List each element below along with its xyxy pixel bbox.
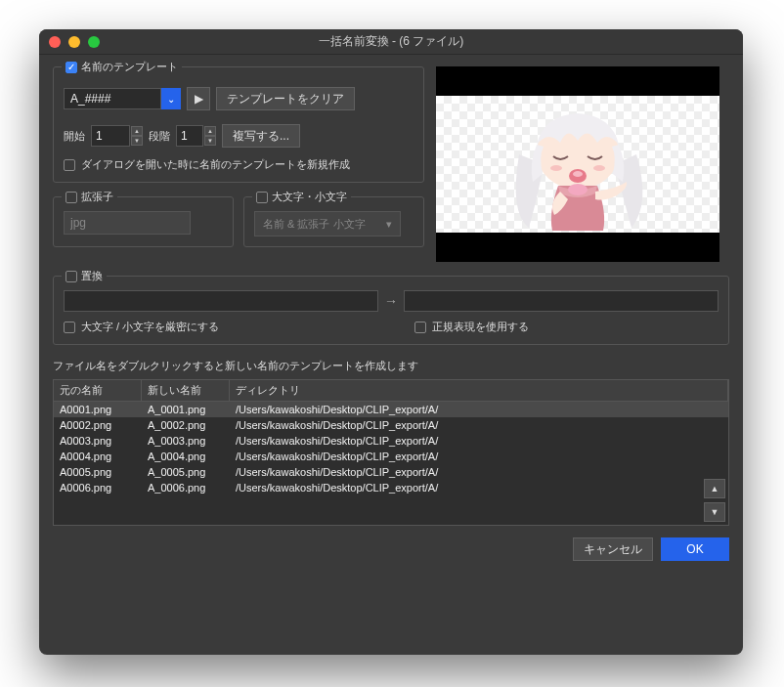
step-input[interactable]: [176, 125, 203, 147]
chevron-down-icon: ▾: [386, 218, 392, 231]
fullscreen-icon[interactable]: [88, 36, 100, 48]
template-pattern-input[interactable]: [64, 88, 161, 109]
chevron-down-icon[interactable]: ▼: [204, 136, 216, 146]
extension-checkbox[interactable]: [65, 192, 77, 203]
th-new[interactable]: 新しい名前: [142, 380, 230, 401]
strict-case-label: 大文字 / 小文字を厳密にする: [81, 320, 219, 334]
svg-point-5: [568, 184, 588, 195]
titlebar: 一括名前変換 - (6 ファイル): [39, 29, 743, 55]
template-panel: ✓ 名前のテンプレート ⌄ ▶ テンプレートをクリア 開始: [53, 66, 424, 183]
replace-panel: 置換 → 大文字 / 小文字を厳密にする 正規表現を使用する: [53, 276, 729, 345]
cell-old: A0005.png: [54, 464, 142, 480]
cell-new: A_0006.png: [142, 480, 230, 495]
preview-image: [436, 96, 719, 233]
regex-label: 正規表現を使用する: [432, 320, 529, 334]
template-checkbox[interactable]: ✓: [65, 62, 77, 73]
cell-new: A_0004.png: [142, 449, 230, 464]
replace-to-input[interactable]: [404, 290, 719, 312]
cell-dir: /Users/kawakoshi/Desktop/CLIP_export/A/: [230, 417, 728, 433]
new-on-open-checkbox[interactable]: [64, 159, 75, 171]
replace-label: 置換: [81, 269, 103, 283]
cell-new: A_0002.png: [142, 417, 230, 433]
play-icon: ▶: [195, 92, 203, 106]
scroll-up-button[interactable]: ▲: [704, 479, 725, 498]
character-illustration: [490, 96, 666, 233]
window-title: 一括名前変換 - (6 ファイル): [39, 33, 743, 50]
replace-from-input[interactable]: [64, 290, 378, 312]
svg-point-1: [550, 165, 562, 171]
table-row[interactable]: A0002.pngA_0002.png/Users/kawakoshi/Desk…: [54, 417, 728, 433]
extension-input: [64, 211, 191, 235]
template-label: 名前のテンプレート: [81, 60, 178, 74]
case-panel: 大文字・小文字 名前 & 拡張子 小文字 ▾: [243, 196, 424, 247]
ok-button[interactable]: OK: [661, 537, 729, 561]
traffic-lights: [49, 36, 100, 48]
svg-point-4: [573, 171, 583, 177]
play-button[interactable]: ▶: [187, 87, 210, 110]
case-label: 大文字・小文字: [272, 190, 347, 204]
cell-dir: /Users/kawakoshi/Desktop/CLIP_export/A/: [230, 449, 728, 464]
table-row[interactable]: A0006.pngA_0006.png/Users/kawakoshi/Desk…: [54, 480, 728, 495]
table-row[interactable]: A0003.pngA_0003.png/Users/kawakoshi/Desk…: [54, 433, 728, 449]
arrow-right-icon: →: [384, 293, 398, 309]
new-on-open-label: ダイアログを開いた時に名前のテンプレートを新規作成: [81, 157, 350, 172]
chevron-down-icon[interactable]: ⌄: [161, 88, 181, 109]
start-input[interactable]: [91, 125, 130, 147]
copy-button[interactable]: 複写する...: [222, 124, 300, 148]
cell-new: A_0003.png: [142, 433, 230, 449]
cell-new: A_0005.png: [142, 464, 230, 480]
replace-checkbox[interactable]: [65, 271, 77, 282]
step-label: 段階: [149, 129, 170, 144]
cell-old: A0006.png: [54, 480, 142, 495]
window: 一括名前変換 - (6 ファイル) ✓ 名前のテンプレート ⌄ ▶: [39, 29, 743, 655]
close-icon[interactable]: [49, 36, 61, 48]
cell-new: A_0001.png: [142, 402, 230, 417]
minimize-icon[interactable]: [68, 36, 80, 48]
svg-point-2: [593, 165, 605, 171]
table-header: 元の名前 新しい名前 ディレクトリ: [54, 380, 728, 402]
table-row[interactable]: A0004.pngA_0004.png/Users/kawakoshi/Desk…: [54, 449, 728, 464]
cell-old: A0003.png: [54, 433, 142, 449]
start-label: 開始: [64, 129, 85, 144]
file-table[interactable]: 元の名前 新しい名前 ディレクトリ A0001.pngA_0001.png/Us…: [53, 379, 729, 526]
cell-dir: /Users/kawakoshi/Desktop/CLIP_export/A/: [230, 464, 728, 480]
preview-pane: [436, 66, 719, 262]
hint-text: ファイル名をダブルクリックすると新しい名前のテンプレートを作成します: [53, 359, 729, 373]
th-dir[interactable]: ディレクトリ: [230, 380, 728, 401]
cell-dir: /Users/kawakoshi/Desktop/CLIP_export/A/: [230, 402, 728, 417]
extension-label: 拡張子: [81, 190, 113, 204]
regex-checkbox[interactable]: [414, 322, 426, 333]
case-checkbox[interactable]: [256, 192, 268, 203]
chevron-down-icon[interactable]: ▼: [131, 136, 143, 146]
cancel-button[interactable]: キャンセル: [573, 537, 653, 561]
chevron-up-icon[interactable]: ▲: [131, 126, 143, 136]
strict-case-checkbox[interactable]: [64, 322, 75, 333]
template-pattern-combo[interactable]: ⌄: [64, 88, 181, 109]
scroll-down-button[interactable]: ▼: [704, 502, 725, 522]
th-old[interactable]: 元の名前: [54, 380, 142, 401]
table-row[interactable]: A0005.pngA_0005.png/Users/kawakoshi/Desk…: [54, 464, 728, 480]
table-row[interactable]: A0001.pngA_0001.png/Users/kawakoshi/Desk…: [54, 402, 728, 417]
cell-old: A0004.png: [54, 449, 142, 464]
step-stepper[interactable]: ▲ ▼: [176, 125, 216, 147]
cell-old: A0002.png: [54, 417, 142, 433]
cell-old: A0001.png: [54, 402, 142, 417]
start-stepper[interactable]: ▲ ▼: [91, 125, 143, 147]
clear-template-button[interactable]: テンプレートをクリア: [216, 87, 355, 110]
cell-dir: /Users/kawakoshi/Desktop/CLIP_export/A/: [230, 433, 728, 449]
extension-panel: 拡張子: [53, 196, 234, 247]
cell-dir: /Users/kawakoshi/Desktop/CLIP_export/A/: [230, 480, 728, 495]
chevron-up-icon[interactable]: ▲: [204, 126, 216, 136]
case-select: 名前 & 拡張子 小文字 ▾: [254, 211, 401, 236]
